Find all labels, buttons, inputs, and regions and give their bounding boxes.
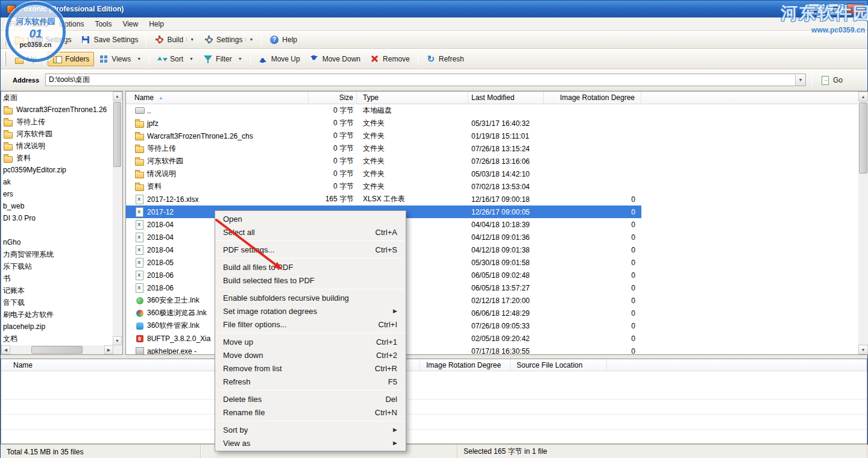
settings-button[interactable]: Settings ▼	[199, 33, 258, 47]
context-menu-item[interactable]: Delete filesDel	[215, 392, 406, 406]
tree-item[interactable]: placehelp.zip	[1, 321, 113, 333]
tree-item[interactable]: 资料	[1, 152, 113, 164]
tree-item[interactable]: b_web	[1, 200, 113, 212]
context-menu-item[interactable]: Enable subfolders recursive building	[215, 291, 406, 304]
tree-item[interactable]: DI 3.0 Pro	[1, 212, 113, 224]
settings-dropdown-arrow[interactable]: ▼	[245, 37, 253, 42]
go-button[interactable]: Go	[816, 73, 848, 87]
context-menu-item[interactable]: Set image rotation degrees▶	[215, 304, 406, 318]
file-row[interactable]: 等待上传0 字节文件夹07/26/18 13:15:24	[126, 142, 858, 155]
views-button[interactable]: Views ▼	[94, 52, 146, 66]
sort-button[interactable]: Sort ▼	[153, 52, 198, 66]
context-menu-item[interactable]: RefreshF5	[215, 375, 406, 388]
bottom-column-header[interactable]: Source File Location	[511, 359, 607, 371]
tree-item[interactable]: 记账本	[1, 284, 113, 296]
tree-item[interactable]: 书	[1, 272, 113, 284]
scroll-down-button[interactable]: ▼	[858, 345, 868, 354]
list-vertical-scrollbar[interactable]: ▲ ▼	[858, 92, 868, 354]
maximize-button[interactable]	[827, 4, 844, 15]
context-menu-item[interactable]: Remove from listCtrl+R	[215, 362, 406, 375]
views-dropdown-arrow[interactable]: ▼	[134, 57, 141, 61]
tree-item[interactable]: nGho	[1, 236, 113, 248]
tree-item[interactable]: 河东软件园	[1, 128, 113, 140]
file-row[interactable]: 2017-12-16.xlsx165 字节XLSX 工作表12/16/17 09…	[126, 193, 858, 205]
scroll-right-button[interactable]: ▶	[104, 345, 113, 354]
context-menu-item[interactable]: Move downCtrl+2	[215, 348, 406, 362]
tree-item[interactable]: 文档	[1, 333, 113, 345]
menu-options[interactable]: Options	[54, 17, 89, 30]
folder-icon	[134, 156, 145, 166]
scroll-up-button[interactable]: ▲	[113, 92, 122, 101]
load-settings-button[interactable]: Load Settings	[10, 33, 76, 47]
context-menu-item[interactable]: Rename fileCtrl+N	[215, 406, 406, 419]
tree-item[interactable]: 刷电子处方软件	[1, 309, 113, 321]
tree-item[interactable]	[1, 224, 113, 236]
up-button[interactable]: Up	[10, 52, 41, 66]
column-header-name[interactable]: Name▲	[126, 92, 309, 104]
build-dropdown-arrow[interactable]: ▼	[186, 37, 194, 42]
row-filler	[641, 345, 858, 354]
menu-file[interactable]: File	[4, 17, 27, 30]
build-button[interactable]: Build ▼	[149, 33, 199, 47]
move-up-button[interactable]: Move Up	[254, 52, 305, 66]
context-menu-item[interactable]: Build all files to PDF	[215, 260, 406, 274]
scroll-left-button[interactable]: ◀	[1, 345, 10, 354]
tree-item[interactable]: 等待上传	[1, 116, 113, 128]
bottom-panel-body[interactable]	[1, 371, 867, 444]
context-menu-item[interactable]: Build selected files to PDF	[215, 274, 406, 287]
file-row[interactable]: ..0 字节本地磁盘	[126, 104, 858, 117]
tree-item[interactable]: pc0359MyEditor.zip	[1, 164, 113, 176]
remove-button[interactable]: Remove	[365, 52, 415, 66]
context-menu-item[interactable]: Select allCtrl+A	[215, 225, 406, 239]
column-header-type[interactable]: Type	[357, 92, 468, 104]
file-row[interactable]: 河东软件园0 字节文件夹07/26/18 13:16:06	[126, 155, 858, 168]
tree-item[interactable]: 桌面	[1, 92, 113, 104]
file-row[interactable]: jpfz0 字节文件夹05/31/17 16:40:32	[126, 117, 858, 130]
minimize-button[interactable]	[808, 4, 825, 15]
filter-dropdown-arrow[interactable]: ▼	[235, 57, 242, 61]
tree-item[interactable]: 情况说明	[1, 140, 113, 152]
tree-item[interactable]: Warcraft3FrozenThrone1.26	[1, 104, 113, 116]
file-row[interactable]: 情况说明0 字节文件夹05/03/18 14:42:10	[126, 168, 858, 180]
tree-item[interactable]: ers	[1, 188, 113, 200]
help-button[interactable]: Help	[265, 33, 302, 47]
toolbar-gripper[interactable]	[4, 52, 6, 66]
scroll-thumb[interactable]	[859, 102, 867, 174]
menu-build[interactable]: Build	[27, 17, 54, 30]
tree-item[interactable]: ak	[1, 176, 113, 188]
address-input[interactable]	[46, 74, 795, 86]
move-down-button[interactable]: Move Down	[305, 52, 365, 66]
context-menu-item[interactable]: Move upCtrl+1	[215, 335, 406, 348]
sort-dropdown-arrow[interactable]: ▼	[186, 57, 193, 61]
scroll-down-button[interactable]: ▼	[113, 336, 122, 345]
close-button[interactable]: ×	[846, 4, 864, 15]
context-menu-item[interactable]: File filter options...Ctrl+I	[215, 318, 406, 331]
file-row[interactable]: Warcraft3FrozenThrone1.26_chs0 字节文件夹01/1…	[126, 130, 858, 142]
tree-item[interactable]: 乐下载站	[1, 260, 113, 272]
context-menu-item[interactable]: View as▶	[215, 436, 406, 450]
scroll-up-button[interactable]: ▲	[858, 92, 868, 101]
column-header-size[interactable]: Size	[309, 92, 357, 104]
refresh-button[interactable]: Refresh	[421, 52, 469, 66]
filter-button[interactable]: Filter ▼	[198, 52, 247, 66]
tree-vertical-scrollbar[interactable]: ▲ ▼	[113, 92, 122, 345]
tree-item[interactable]: 音下载	[1, 296, 113, 309]
address-dropdown-arrow[interactable]: ▼	[795, 74, 805, 86]
menu-tools[interactable]: Tools	[89, 17, 117, 30]
tree-horizontal-scrollbar[interactable]: ◀ ▶	[1, 345, 113, 354]
context-menu-item[interactable]: Sort by▶	[215, 423, 406, 436]
scroll-thumb[interactable]	[113, 102, 121, 167]
context-menu-item[interactable]: PDF settings...Ctrl+S	[215, 243, 406, 256]
toolbar-gripper[interactable]	[4, 33, 6, 45]
tree-item[interactable]: 力商贸管理系统	[1, 248, 113, 260]
column-header-mod[interactable]: Last Modified	[468, 92, 544, 104]
menu-help[interactable]: Help	[143, 17, 169, 30]
menu-view[interactable]: View	[117, 17, 143, 30]
scroll-thumb[interactable]	[31, 346, 83, 354]
context-menu-item[interactable]: Open	[215, 212, 406, 225]
column-header-rot[interactable]: Image Rotation Degree	[544, 92, 641, 104]
save-settings-button[interactable]: Save Settings	[76, 33, 143, 47]
folders-toggle-button[interactable]: Folders	[48, 52, 94, 66]
file-row[interactable]: 资料0 字节文件夹07/02/18 13:53:04	[126, 180, 858, 193]
bottom-column-header[interactable]: Image Rotation Degree	[420, 359, 511, 371]
